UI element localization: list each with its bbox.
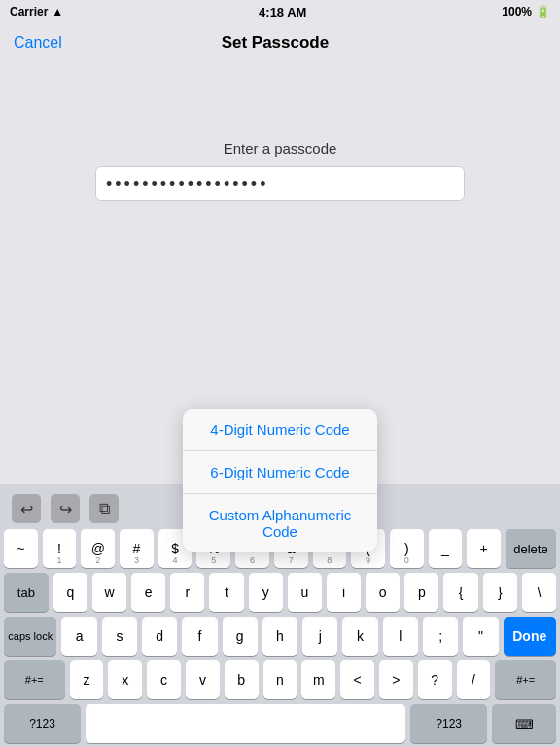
key-n[interactable]: n bbox=[263, 660, 298, 699]
key-h[interactable]: h bbox=[262, 617, 298, 656]
key-c[interactable]: c bbox=[147, 660, 181, 699]
keyboard-dismiss-key[interactable]: ⌨ bbox=[492, 704, 556, 743]
wifi-icon: ▲ bbox=[52, 5, 63, 18]
shift-right-key[interactable]: #+= bbox=[495, 660, 556, 699]
caps-lock-key[interactable]: caps lock bbox=[4, 617, 56, 656]
key-gt[interactable]: > bbox=[379, 660, 413, 699]
key-exclaim[interactable]: !1 bbox=[43, 529, 77, 568]
undo-icon: ↩ bbox=[20, 500, 33, 518]
option-4digit[interactable]: 4-Digit Numeric Code bbox=[183, 409, 377, 451]
key-s[interactable]: s bbox=[102, 617, 137, 656]
key-lbrace[interactable]: { bbox=[443, 573, 477, 612]
key-row-3: caps lock a s d f g h j k l ; " Done bbox=[4, 617, 556, 656]
battery-icon: 🔋 bbox=[536, 5, 550, 18]
key-plus[interactable]: + bbox=[467, 529, 501, 568]
key-row-5: ?123 ?123 ⌨ bbox=[4, 704, 556, 743]
key-hash[interactable]: #3 bbox=[120, 529, 154, 568]
key-e[interactable]: e bbox=[131, 573, 165, 612]
num-key-left[interactable]: ?123 bbox=[4, 704, 81, 743]
key-semicolon[interactable]: ; bbox=[423, 617, 458, 656]
passcode-input[interactable]: •••••••••••••••••• bbox=[95, 166, 465, 201]
status-left: Carrier ▲ bbox=[10, 5, 63, 18]
key-g[interactable]: g bbox=[223, 617, 258, 656]
key-lt[interactable]: < bbox=[340, 660, 374, 699]
key-k[interactable]: k bbox=[342, 617, 377, 656]
nav-title: Set Passcode bbox=[222, 33, 330, 53]
delete-button[interactable]: delete bbox=[506, 529, 556, 568]
passcode-type-menu: 4-Digit Numeric Code 6-Digit Numeric Cod… bbox=[183, 409, 377, 552]
keyboard-rows: ~ !1 @2 #3 $4 %5 ^6 &7 *8 (9 )0 _ + dele… bbox=[4, 529, 556, 743]
battery-percent: 100% bbox=[502, 5, 532, 18]
shift-left-key[interactable]: #+= bbox=[4, 660, 65, 699]
option-alphanumeric[interactable]: Custom Alphanumeric Code bbox=[183, 494, 377, 552]
key-quote[interactable]: " bbox=[463, 617, 498, 656]
key-r[interactable]: r bbox=[170, 573, 204, 612]
key-a[interactable]: a bbox=[61, 617, 96, 656]
tab-key[interactable]: tab bbox=[4, 573, 49, 612]
main-content: Enter a passcode •••••••••••••••••• bbox=[0, 62, 560, 201]
key-rbrace[interactable]: } bbox=[483, 573, 517, 612]
key-d[interactable]: d bbox=[142, 617, 177, 656]
key-i[interactable]: i bbox=[327, 573, 361, 612]
nav-bar: Cancel Set Passcode bbox=[0, 23, 560, 62]
key-j[interactable]: j bbox=[302, 617, 337, 656]
key-slash[interactable]: / bbox=[457, 660, 491, 699]
redo-button[interactable]: ↪ bbox=[51, 494, 80, 523]
key-question[interactable]: ? bbox=[418, 660, 452, 699]
key-row-2: tab q w e r t y u i o p { } \ bbox=[4, 573, 556, 612]
key-tilde[interactable]: ~ bbox=[4, 529, 38, 568]
key-v[interactable]: v bbox=[186, 660, 220, 699]
key-z[interactable]: z bbox=[70, 660, 104, 699]
key-l[interactable]: l bbox=[383, 617, 418, 656]
key-rparen[interactable]: )0 bbox=[390, 529, 424, 568]
key-y[interactable]: y bbox=[249, 573, 283, 612]
time-label: 4:18 AM bbox=[259, 5, 306, 19]
clipboard-button[interactable]: ⧉ bbox=[89, 494, 119, 523]
carrier-label: Carrier bbox=[10, 5, 48, 18]
key-f[interactable]: f bbox=[182, 617, 217, 656]
passcode-dots: •••••••••••••••••• bbox=[106, 174, 268, 195]
clipboard-icon: ⧉ bbox=[99, 500, 110, 517]
key-underscore[interactable]: _ bbox=[429, 529, 463, 568]
key-at[interactable]: @2 bbox=[81, 529, 115, 568]
space-key[interactable] bbox=[86, 704, 405, 743]
key-backslash[interactable]: \ bbox=[522, 573, 556, 612]
key-u[interactable]: u bbox=[288, 573, 322, 612]
key-w[interactable]: w bbox=[92, 573, 126, 612]
cancel-button[interactable]: Cancel bbox=[14, 34, 62, 52]
passcode-label: Enter a passcode bbox=[224, 140, 337, 157]
done-key[interactable]: Done bbox=[504, 617, 556, 656]
key-x[interactable]: x bbox=[108, 660, 142, 699]
key-row-4: #+= z x c v b n m < > ? / #+= bbox=[4, 660, 556, 699]
status-bar: Carrier ▲ 4:18 AM 100% 🔋 bbox=[0, 0, 560, 23]
key-p[interactable]: p bbox=[404, 573, 438, 612]
key-m[interactable]: m bbox=[301, 660, 335, 699]
redo-icon: ↪ bbox=[59, 500, 72, 518]
status-right: 100% 🔋 bbox=[502, 5, 550, 18]
key-b[interactable]: b bbox=[225, 660, 259, 699]
undo-button[interactable]: ↩ bbox=[12, 494, 41, 523]
num-key-right[interactable]: ?123 bbox=[410, 704, 487, 743]
key-t[interactable]: t bbox=[209, 573, 243, 612]
key-q[interactable]: q bbox=[53, 573, 88, 612]
option-6digit[interactable]: 6-Digit Numeric Code bbox=[183, 451, 377, 494]
key-o[interactable]: o bbox=[366, 573, 400, 612]
